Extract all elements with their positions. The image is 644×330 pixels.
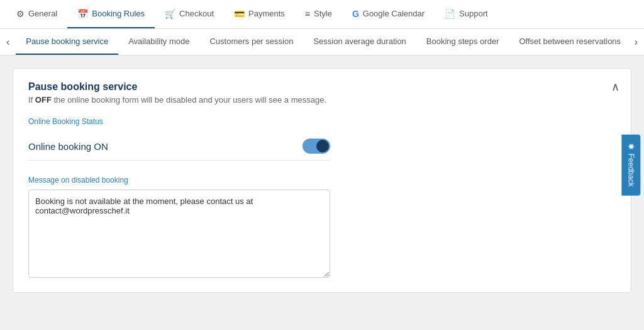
general-icon: ⚙ [16,9,25,19]
tab-general[interactable]: ⚙ General [6,0,67,28]
feedback-label: Feedback [627,154,636,187]
card-title: Pause booking service [28,81,616,93]
online-booking-toggle[interactable] [303,139,330,154]
main-content: Pause booking service If OFF the online … [0,55,644,330]
tab-support[interactable]: 📄 Support [435,0,498,28]
tab-style-label: Style [314,9,332,18]
sub-nav-right-arrow[interactable]: › [628,29,644,55]
sub-nav-pause-booking[interactable]: Pause booking service [16,29,118,55]
tab-payments-label: Payments [248,9,285,18]
booking-rules-icon: 📅 [77,9,88,19]
tab-checkout[interactable]: 🛒 Checkout [155,0,224,28]
tab-support-label: Support [459,9,488,18]
tab-google-calendar[interactable]: G Google Calendar [342,0,435,28]
feedback-icon: ✱ [627,144,636,150]
sub-nav-booking-steps-order[interactable]: Booking steps order [416,29,509,55]
support-icon: 📄 [445,9,455,19]
message-section-label: Message on disabled booking [28,176,616,185]
tab-google-calendar-label: Google Calendar [363,9,425,18]
toggle-track [303,139,330,154]
disabled-booking-message-textarea[interactable] [28,190,330,278]
feedback-button[interactable]: ✱ Feedback [622,135,641,196]
desc-prefix: If [28,95,35,105]
sub-navigation: ‹ Pause booking service Availability mod… [0,29,644,55]
sub-nav-offset-between-reservations[interactable]: Offset between reservations [509,29,628,55]
pause-booking-card: Pause booking service If OFF the online … [13,68,631,293]
card-description: If OFF the online booking form will be d… [28,95,616,105]
tab-booking-rules-label: Booking Rules [92,9,145,18]
sub-nav-availability-mode[interactable]: Availability mode [118,29,199,55]
tab-checkout-label: Checkout [179,9,214,18]
sub-nav-session-average-duration[interactable]: Session average duration [303,29,416,55]
desc-suffix: the online booking form will be disabled… [52,95,326,105]
toggle-label: Online booking ON [28,141,108,152]
collapse-button[interactable]: ∧ [611,80,619,94]
payments-icon: 💳 [234,9,245,19]
desc-off: OFF [35,95,52,105]
tab-style[interactable]: ≡ Style [295,0,342,28]
sub-nav-left-arrow[interactable]: ‹ [0,29,16,55]
tab-payments[interactable]: 💳 Payments [224,0,295,28]
google-icon: G [352,9,359,19]
tab-booking-rules[interactable]: 📅 Booking Rules [67,0,155,28]
tab-general-label: General [28,9,57,18]
sub-nav-customers-per-session[interactable]: Customers per session [199,29,303,55]
online-booking-toggle-row: Online booking ON [28,132,330,161]
top-navigation: ⚙ General 📅 Booking Rules 🛒 Checkout 💳 P… [0,0,644,29]
style-icon: ≡ [305,9,310,19]
message-section: Message on disabled booking [28,176,616,280]
checkout-icon: 🛒 [165,9,175,19]
online-booking-section-label: Online Booking Status [28,117,616,126]
sub-nav-items: Pause booking service Availability mode … [16,29,628,55]
toggle-thumb [316,140,329,152]
